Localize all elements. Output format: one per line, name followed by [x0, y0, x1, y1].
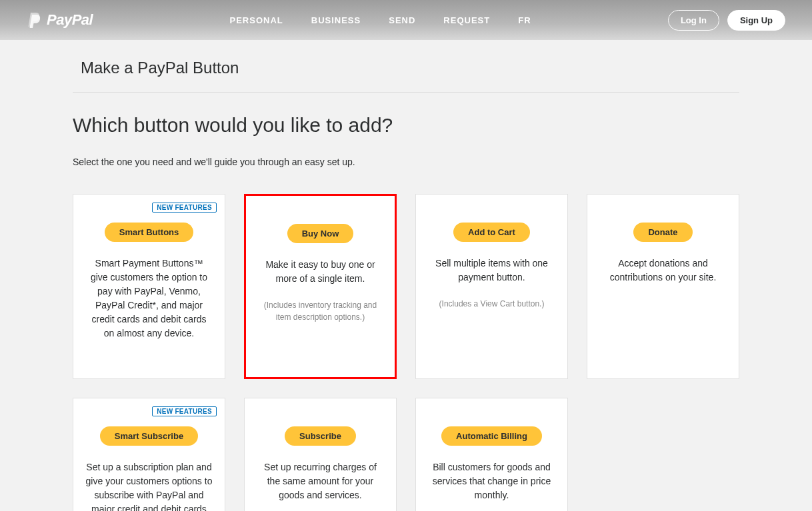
pill-subscribe: Subscribe	[285, 426, 356, 446]
card-subscribe[interactable]: Subscribe Set up recurring charges of th…	[244, 398, 397, 511]
pill-smart-subscribe: Smart Subscribe	[100, 426, 198, 446]
pill-donate: Donate	[633, 223, 692, 242]
divider	[73, 92, 739, 93]
card-desc: Accept donations and contributions on yo…	[599, 256, 727, 284]
new-features-badge: NEW FEATURES	[152, 406, 217, 416]
nav-fr[interactable]: FR	[518, 15, 531, 25]
card-buy-now[interactable]: Buy Now Make it easy to buy one or more …	[244, 194, 397, 379]
nav-personal[interactable]: PERSONAL	[230, 15, 283, 25]
card-desc: Make it easy to buy one or more of a sin…	[258, 258, 383, 286]
card-desc: Smart Payment Buttons™ give customers th…	[85, 256, 213, 340]
paypal-logo-icon	[27, 11, 41, 29]
page-question: Which button would you like to add?	[73, 114, 739, 137]
button-card-grid: NEW FEATURES Smart Buttons Smart Payment…	[73, 194, 739, 511]
pill-smart-buttons: Smart Buttons	[105, 223, 194, 242]
nav-send[interactable]: SEND	[389, 15, 415, 25]
card-note: (Includes inventory tracking and item de…	[258, 299, 383, 323]
main-container: Make a PayPal Button Which button would …	[73, 40, 739, 511]
brand-name: PayPal	[47, 11, 93, 29]
card-desc: Set up recurring charges of the same amo…	[257, 460, 384, 502]
card-desc: Bill customers for goods and services th…	[428, 460, 555, 502]
new-features-badge: NEW FEATURES	[152, 203, 217, 213]
card-note: (Includes a View Cart button.)	[428, 298, 555, 310]
brand-logo[interactable]: PayPal	[27, 11, 93, 29]
card-donate[interactable]: Donate Accept donations and contribution…	[587, 194, 739, 379]
card-desc: Set up a subscription plan and give your…	[85, 460, 213, 511]
page-subtext: Select the one you need and we'll guide …	[73, 157, 739, 167]
signup-button[interactable]: Sign Up	[727, 10, 785, 31]
login-button[interactable]: Log In	[668, 10, 719, 31]
pill-add-to-cart: Add to Cart	[453, 223, 530, 242]
nav-business[interactable]: BUSINESS	[311, 15, 361, 25]
card-smart-buttons[interactable]: NEW FEATURES Smart Buttons Smart Payment…	[73, 194, 225, 379]
pill-buy-now: Buy Now	[287, 224, 354, 243]
card-smart-subscribe[interactable]: NEW FEATURES Smart Subscribe Set up a su…	[73, 398, 225, 511]
pill-automatic-billing: Automatic Billing	[441, 426, 542, 446]
card-add-to-cart[interactable]: Add to Cart Sell multiple items with one…	[415, 194, 568, 379]
nav-request[interactable]: REQUEST	[443, 15, 490, 25]
auth-buttons: Log In Sign Up	[668, 10, 785, 31]
page-title: Make a PayPal Button	[73, 40, 739, 92]
nav-links: PERSONAL BUSINESS SEND REQUEST FR	[230, 15, 531, 25]
card-automatic-billing[interactable]: Automatic Billing Bill customers for goo…	[415, 398, 568, 511]
card-desc: Sell multiple items with one payment but…	[428, 256, 555, 284]
top-nav: PayPal PERSONAL BUSINESS SEND REQUEST FR…	[0, 0, 812, 40]
